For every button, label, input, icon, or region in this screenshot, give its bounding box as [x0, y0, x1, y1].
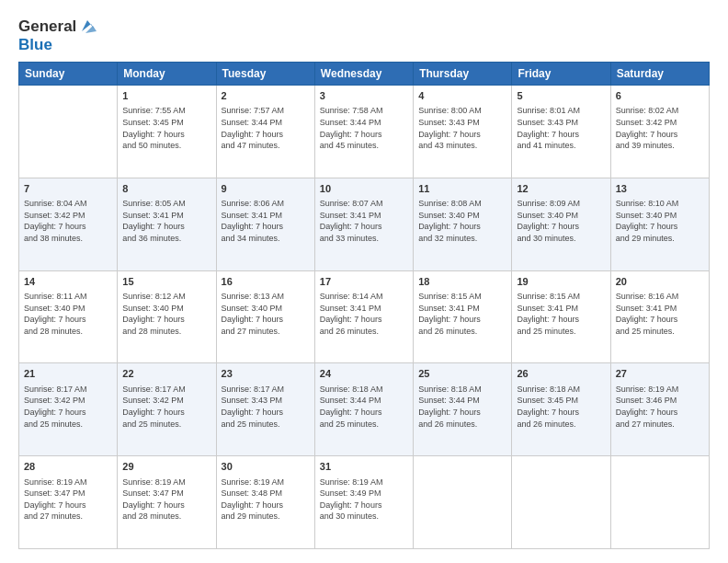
sunset-info: Sunset: 3:42 PM [616, 118, 677, 127]
calendar-cell: 29Sunrise: 8:19 AMSunset: 3:47 PMDayligh… [118, 456, 216, 549]
cell-content: Sunrise: 8:17 AMSunset: 3:42 PMDaylight:… [24, 384, 112, 430]
sunrise-info: Sunrise: 8:17 AM [24, 385, 87, 394]
cell-content: Sunrise: 8:00 AMSunset: 3:43 PMDaylight:… [418, 105, 506, 151]
cell-info-line: Daylight: 7 hours [24, 222, 86, 231]
calendar-cell: 9Sunrise: 8:06 AMSunset: 3:41 PMDaylight… [216, 178, 314, 270]
sunset-info: Sunset: 3:41 PM [517, 304, 578, 313]
calendar-cell: 4Sunrise: 8:00 AMSunset: 3:43 PMDaylight… [414, 86, 512, 178]
cell-info-line: Daylight: 7 hours [517, 130, 579, 139]
logo: General Blue [18, 17, 97, 54]
cell-content: Sunrise: 8:19 AMSunset: 3:47 PMDaylight:… [122, 477, 210, 523]
day-number: 21 [24, 367, 112, 381]
cell-info-line: and 50 minutes. [122, 141, 181, 150]
logo-blue-text: Blue [18, 36, 52, 53]
calendar-header-row: SundayMondayTuesdayWednesdayThursdayFrid… [19, 63, 710, 86]
day-number: 9 [222, 182, 310, 196]
day-number: 26 [517, 367, 605, 381]
calendar-cell: 8Sunrise: 8:05 AMSunset: 3:41 PMDaylight… [118, 178, 216, 270]
sunrise-info: Sunrise: 8:09 AM [517, 199, 580, 208]
cell-content: Sunrise: 8:15 AMSunset: 3:41 PMDaylight:… [418, 291, 506, 337]
sunrise-info: Sunrise: 8:16 AM [616, 292, 679, 301]
sunset-info: Sunset: 3:41 PM [616, 304, 677, 313]
cell-info-line: Daylight: 7 hours [320, 130, 382, 139]
cell-info-line: and 29 minutes. [616, 234, 675, 243]
sunset-info: Sunset: 3:41 PM [418, 304, 480, 313]
cell-info-line: and 30 minutes. [320, 511, 379, 521]
cell-info-line: and 33 minutes. [320, 234, 379, 243]
cell-info-line: and 43 minutes. [418, 141, 477, 150]
cell-info-line: Daylight: 7 hours [320, 408, 382, 417]
calendar-cell: 23Sunrise: 8:17 AMSunset: 3:43 PMDayligh… [216, 363, 314, 456]
cell-content: Sunrise: 8:07 AMSunset: 3:41 PMDaylight:… [320, 198, 408, 244]
calendar-cell: 15Sunrise: 8:12 AMSunset: 3:40 PMDayligh… [118, 270, 216, 363]
sunset-info: Sunset: 3:47 PM [24, 488, 85, 498]
calendar-cell: 16Sunrise: 8:13 AMSunset: 3:40 PMDayligh… [216, 270, 314, 363]
cell-info-line: and 38 minutes. [24, 234, 83, 243]
day-number: 10 [320, 182, 408, 196]
calendar-cell: 1Sunrise: 7:55 AMSunset: 3:45 PMDaylight… [118, 86, 216, 178]
cell-info-line: and 29 minutes. [222, 511, 280, 521]
calendar-cell: 6Sunrise: 8:02 AMSunset: 3:42 PMDaylight… [610, 86, 709, 178]
calendar-header-sunday: Sunday [19, 63, 118, 86]
sunrise-info: Sunrise: 8:00 AM [418, 106, 482, 115]
cell-content: Sunrise: 8:19 AMSunset: 3:47 PMDaylight:… [24, 477, 112, 523]
cell-content: Sunrise: 8:02 AMSunset: 3:42 PMDaylight:… [616, 105, 704, 151]
cell-content: Sunrise: 8:10 AMSunset: 3:40 PMDaylight:… [616, 198, 704, 244]
calendar-week-4: 21Sunrise: 8:17 AMSunset: 3:42 PMDayligh… [19, 363, 710, 456]
cell-info-line: and 27 minutes. [616, 419, 675, 429]
cell-info-line: and 27 minutes. [24, 511, 83, 521]
sunrise-info: Sunrise: 8:10 AM [616, 199, 679, 208]
sunset-info: Sunset: 3:44 PM [418, 396, 480, 405]
sunrise-info: Sunrise: 7:57 AM [222, 106, 285, 115]
day-number: 27 [616, 367, 704, 381]
cell-content: Sunrise: 8:16 AMSunset: 3:41 PMDaylight:… [616, 291, 704, 337]
calendar-cell: 31Sunrise: 8:19 AMSunset: 3:49 PMDayligh… [314, 456, 413, 549]
calendar-header-friday: Friday [512, 63, 610, 86]
cell-content: Sunrise: 8:14 AMSunset: 3:41 PMDaylight:… [320, 291, 408, 337]
header: General Blue [18, 14, 710, 54]
calendar-cell: 10Sunrise: 8:07 AMSunset: 3:41 PMDayligh… [314, 178, 413, 270]
calendar-week-1: 1Sunrise: 7:55 AMSunset: 3:45 PMDaylight… [19, 86, 710, 178]
sunrise-info: Sunrise: 8:17 AM [122, 385, 186, 394]
cell-info-line: Daylight: 7 hours [418, 408, 481, 417]
day-number: 24 [320, 367, 408, 381]
cell-info-line: and 28 minutes. [122, 511, 181, 521]
calendar-cell [414, 456, 512, 549]
day-number: 22 [122, 367, 210, 381]
day-number: 19 [517, 275, 605, 289]
calendar-cell: 17Sunrise: 8:14 AMSunset: 3:41 PMDayligh… [314, 270, 413, 363]
cell-content: Sunrise: 8:19 AMSunset: 3:46 PMDaylight:… [616, 384, 704, 430]
cell-content: Sunrise: 8:19 AMSunset: 3:48 PMDaylight:… [222, 477, 310, 523]
day-number: 14 [24, 275, 112, 289]
cell-info-line: and 36 minutes. [122, 234, 181, 243]
sunrise-info: Sunrise: 8:15 AM [517, 292, 580, 301]
cell-info-line: and 26 minutes. [418, 419, 477, 429]
cell-info-line: Daylight: 7 hours [517, 408, 579, 417]
calendar-cell: 21Sunrise: 8:17 AMSunset: 3:42 PMDayligh… [19, 363, 118, 456]
calendar-cell: 26Sunrise: 8:18 AMSunset: 3:45 PMDayligh… [512, 363, 610, 456]
sunset-info: Sunset: 3:47 PM [122, 488, 184, 498]
sunset-info: Sunset: 3:40 PM [122, 304, 184, 313]
sunset-info: Sunset: 3:43 PM [517, 118, 578, 127]
sunrise-info: Sunrise: 8:04 AM [24, 199, 87, 208]
calendar-cell: 13Sunrise: 8:10 AMSunset: 3:40 PMDayligh… [610, 178, 709, 270]
cell-content: Sunrise: 7:57 AMSunset: 3:44 PMDaylight:… [222, 105, 310, 151]
cell-content: Sunrise: 8:11 AMSunset: 3:40 PMDaylight:… [24, 291, 112, 337]
sunrise-info: Sunrise: 8:14 AM [320, 292, 383, 301]
cell-info-line: Daylight: 7 hours [122, 130, 185, 139]
cell-info-line: Daylight: 7 hours [122, 315, 185, 324]
calendar-cell: 22Sunrise: 8:17 AMSunset: 3:42 PMDayligh… [118, 363, 216, 456]
sunset-info: Sunset: 3:40 PM [24, 304, 85, 313]
sunrise-info: Sunrise: 8:17 AM [222, 385, 285, 394]
cell-info-line: and 41 minutes. [517, 141, 575, 150]
sunset-info: Sunset: 3:48 PM [222, 488, 283, 498]
sunrise-info: Sunrise: 8:19 AM [24, 477, 87, 487]
calendar-cell: 20Sunrise: 8:16 AMSunset: 3:41 PMDayligh… [610, 270, 709, 363]
sunrise-info: Sunrise: 8:11 AM [24, 292, 87, 301]
sunrise-info: Sunrise: 7:58 AM [320, 106, 383, 115]
cell-info-line: Daylight: 7 hours [24, 315, 86, 324]
cell-content: Sunrise: 8:17 AMSunset: 3:43 PMDaylight:… [222, 384, 310, 430]
cell-info-line: and 25 minutes. [517, 327, 575, 336]
day-number: 4 [418, 89, 506, 103]
sunrise-info: Sunrise: 8:01 AM [517, 106, 580, 115]
